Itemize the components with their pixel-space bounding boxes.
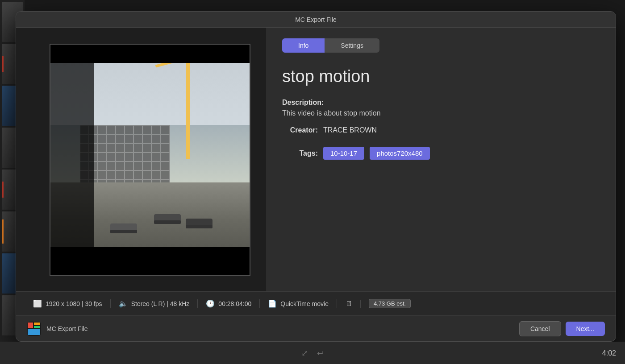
creator-row: Creator: TRACE BROWN <box>282 126 600 134</box>
resolution-status: ⬜ 1920 x 1080 | 30 fps <box>25 299 111 308</box>
format-status: 📄 QuickTime movie <box>260 299 337 308</box>
video-frame-inner <box>50 45 250 275</box>
taskbar-icon-1: ⤢ <box>301 348 308 358</box>
video-left-panel <box>50 45 94 275</box>
app-logo-icon <box>27 322 41 336</box>
audio-status: 🔈 Stereo (L R) | 48 kHz <box>111 299 198 308</box>
svg-rect-2 <box>34 323 40 325</box>
file-icon: 📄 <box>268 299 277 308</box>
video-frame <box>50 44 250 276</box>
clock-icon: 🕐 <box>206 299 215 308</box>
audio-value: Stereo (L R) | 48 kHz <box>131 300 190 307</box>
tab-row: Info Settings <box>282 38 379 53</box>
info-panel: Info Settings stop motion Description: T… <box>266 28 616 291</box>
taskbar-time: 4:02 <box>602 349 616 357</box>
status-bar: ⬜ 1920 x 1080 | 30 fps 🔈 Stereo (L R) | … <box>16 291 616 315</box>
size-status: 4.73 GB est. <box>361 299 419 308</box>
tags-label: Tags: <box>282 149 318 157</box>
audio-icon: 🔈 <box>119 299 128 308</box>
description-field: Description: This video is about stop mo… <box>282 99 600 117</box>
next-button[interactable]: Next... <box>566 322 605 336</box>
dialog-title: MC Export File <box>295 16 337 23</box>
svg-rect-4 <box>28 329 40 335</box>
tag-badge-2[interactable]: photos720x480 <box>370 147 430 160</box>
svg-rect-3 <box>34 326 40 328</box>
display-status: 🖥 <box>337 300 361 308</box>
size-value: 4.73 GB est. <box>369 299 411 308</box>
duration-status: 🕐 00:28:04:00 <box>198 299 260 308</box>
creator-label: Creator: <box>282 126 318 134</box>
app-name-label: MC Export File <box>46 325 88 332</box>
taskbar-icon-2: ↩ <box>317 348 324 358</box>
bottom-taskbar: ⤢ ↩ 4:02 <box>0 342 625 364</box>
display-icon: 🖥 <box>345 300 352 308</box>
video-preview-area <box>16 28 266 291</box>
dialog-body: Info Settings stop motion Description: T… <box>16 28 616 291</box>
video-car <box>154 214 181 224</box>
export-dialog: MC Export File Info <box>16 11 616 342</box>
cancel-button[interactable]: Cancel <box>519 321 561 336</box>
dialog-titlebar: MC Export File <box>16 12 616 28</box>
video-crane <box>186 56 190 159</box>
tab-settings[interactable]: Settings <box>325 38 379 53</box>
resolution-icon: ⬜ <box>33 299 42 308</box>
duration-value: 00:28:04:00 <box>218 300 251 307</box>
tags-row: Tags: 10-10-17 photos720x480 <box>282 147 600 160</box>
video-car <box>110 223 137 233</box>
tag-badge-1[interactable]: 10-10-17 <box>323 147 364 160</box>
description-label: Description: <box>282 99 600 107</box>
video-car <box>186 219 212 228</box>
description-value: This video is about stop motion <box>282 109 600 117</box>
tab-info[interactable]: Info <box>282 38 325 53</box>
creator-value: TRACE BROWN <box>323 126 377 134</box>
format-value: QuickTime movie <box>280 300 329 307</box>
svg-rect-1 <box>28 323 33 328</box>
app-logo: MC Export File <box>27 322 88 336</box>
video-title: stop motion <box>282 67 600 86</box>
action-bar: MC Export File Cancel Next... <box>16 315 616 341</box>
resolution-value: 1920 x 1080 | 30 fps <box>46 300 102 307</box>
